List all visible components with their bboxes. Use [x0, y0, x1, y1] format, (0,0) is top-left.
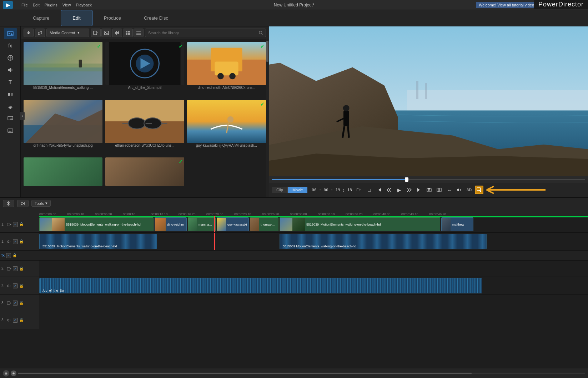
video-track-icon	[7, 301, 11, 305]
track-lock-icon[interactable]: 🔓	[19, 222, 24, 226]
skip-btn[interactable]	[17, 200, 29, 207]
sidebar-title[interactable]: T	[4, 76, 17, 88]
audio-clip[interactable]: Arc_of_the_Sun	[39, 278, 482, 293]
svg-point-39	[227, 116, 234, 122]
view-list-btn[interactable]	[134, 29, 144, 37]
track-content-1v[interactable]: 5515039_MotionElements_walking-on-the-be…	[39, 216, 588, 232]
tab-edit[interactable]: Edit	[61, 10, 92, 26]
sidebar-subtitles[interactable]	[4, 125, 17, 136]
split-btn[interactable]	[435, 186, 443, 194]
add-track-btn[interactable]: +	[11, 371, 16, 376]
split-clip-btn[interactable]	[3, 200, 14, 207]
audio-btn[interactable]	[455, 186, 463, 194]
track-number: 1.	[1, 222, 6, 226]
track-enable-checkbox[interactable]	[13, 301, 18, 306]
media-label: guy-kawasaki-iij-QvyRAnM-unsplash...	[187, 143, 266, 147]
view-audio-btn[interactable]	[112, 29, 122, 37]
zoom-btn[interactable]: ↔	[445, 186, 453, 194]
3d-btn[interactable]: 3D	[465, 186, 473, 194]
sidebar-audio[interactable]	[4, 64, 17, 76]
sidebar-record[interactable]	[4, 101, 17, 112]
track-enable-checkbox[interactable]	[13, 283, 18, 288]
scrollbar[interactable]	[266, 39, 269, 197]
movie-tab[interactable]: Movie	[288, 187, 307, 193]
snapshot-btn[interactable]	[425, 186, 433, 194]
fx-lock-icon[interactable]: 🔓	[12, 253, 17, 257]
audio-clip[interactable]: 5515039_MotionElements_walking-on-the-be…	[39, 234, 157, 249]
list-item[interactable]: ✓	[105, 157, 184, 194]
menu-view[interactable]: View	[62, 3, 71, 7]
search-input[interactable]	[148, 31, 257, 35]
list-item[interactable]: ethan-robertson-SYx3UCHZJlo-uns...	[105, 100, 184, 155]
timeline-scroll[interactable]	[18, 373, 585, 374]
clip-block[interactable]: marc.james	[188, 217, 216, 231]
track-enable-checkbox[interactable]	[13, 266, 18, 271]
list-item[interactable]: ✓ guy-kawasaki-iij-QvyRAnM-unsplash...	[187, 100, 266, 155]
track-content-3a[interactable]	[39, 311, 588, 329]
list-item[interactable]: ✓ dino-reichmuth-A5rCN8626Ck-uns...	[187, 42, 266, 97]
tab-create-disc[interactable]: Create Disc	[132, 10, 180, 26]
sidebar-media[interactable]	[4, 28, 17, 39]
track-lock-icon[interactable]: 🔓	[19, 301, 24, 305]
list-item[interactable]: ✓ Arc_of_the_Sun.mp3	[105, 42, 184, 97]
clip-block[interactable]: 5515039_MotionElements_walking-on-the-be…	[39, 217, 154, 231]
track-lock-icon[interactable]: 🔓	[19, 318, 24, 322]
track-enable-checkbox[interactable]	[13, 239, 18, 244]
sidebar-color[interactable]	[4, 52, 17, 64]
sidebar-pip[interactable]	[4, 113, 17, 124]
prev-frame-btn[interactable]	[375, 186, 383, 194]
view-video-btn[interactable]	[91, 29, 101, 37]
undock-preview-btn[interactable]	[475, 186, 483, 194]
track-lock-icon[interactable]: 🔓	[19, 240, 24, 243]
tab-capture[interactable]: Capture	[21, 10, 61, 26]
menu-playback[interactable]: Playback	[76, 3, 92, 7]
list-item[interactable]: ✓ 5515039_MotionElements_walking-...	[24, 42, 102, 97]
stop-btn[interactable]: □	[365, 186, 373, 194]
import-btn[interactable]	[24, 29, 34, 37]
track-row: 3. 🔓	[0, 295, 588, 311]
clip-block[interactable]: guy-kawasaki	[217, 217, 249, 231]
next-key-btn[interactable]	[405, 186, 413, 194]
track-content-2a[interactable]: Arc_of_the_Sun	[39, 277, 588, 294]
track-content-3v[interactable]	[39, 295, 588, 311]
preview-seekbar[interactable]	[269, 176, 588, 183]
sidebar-fx[interactable]: fx	[4, 40, 17, 51]
audio-clip[interactable]: 5515039 MotionElements_walking-on-the-be…	[280, 234, 487, 249]
scrollbar-thumb[interactable]	[266, 41, 268, 62]
menu-plugins[interactable]: Plugins	[45, 3, 57, 7]
menu-edit[interactable]: Edit	[33, 3, 40, 7]
track-enable-checkbox[interactable]	[13, 318, 18, 323]
sidebar-toggle[interactable]: ‹	[20, 112, 25, 120]
zoom-circle-btn[interactable]: ◉	[3, 370, 9, 377]
play-btn[interactable]: ▶	[395, 186, 403, 194]
track-lock-icon[interactable]: 🔓	[19, 267, 24, 271]
media-thumbnail: ✓	[24, 42, 102, 85]
prev-key-btn[interactable]	[385, 186, 393, 194]
clip-block[interactable]: thomas-mar	[250, 217, 278, 231]
tab-produce[interactable]: Produce	[92, 10, 132, 26]
list-item[interactable]	[24, 157, 102, 194]
plugin-btn[interactable]	[35, 29, 45, 37]
sidebar-transitions[interactable]	[4, 89, 17, 100]
clip-block[interactable]: matthew	[441, 217, 473, 231]
svg-rect-9	[38, 32, 40, 35]
media-content-dropdown[interactable]: Media Content ▾	[46, 29, 89, 37]
next-frame-btn[interactable]	[415, 186, 423, 194]
tools-btn[interactable]: Tools ▾	[31, 200, 51, 207]
clip-block[interactable]: dino-reichm	[155, 217, 187, 231]
svg-rect-4	[11, 93, 13, 96]
track-content-2v[interactable]	[39, 261, 588, 277]
search-box[interactable]	[145, 29, 266, 37]
fx-icon: fx	[8, 43, 12, 49]
clip-tab[interactable]: Clip	[272, 187, 288, 193]
view-photo-btn[interactable]	[101, 29, 111, 37]
menu-file[interactable]: File	[21, 3, 28, 7]
fx-enable-checkbox[interactable]	[6, 253, 11, 258]
view-tiles-btn[interactable]	[123, 29, 133, 37]
dropdown-label: Media Content	[50, 31, 75, 35]
list-item[interactable]: drif-riadh-YpkuRn54y4w-unsplash.jpg	[24, 100, 102, 155]
track-content-1a[interactable]: 5515039_MotionElements_walking-on-the-be…	[39, 233, 588, 250]
track-enable-checkbox[interactable]	[13, 222, 18, 227]
clip-block[interactable]: 5515039_MotionElements_walking-on-the-be…	[280, 217, 440, 231]
track-lock-icon[interactable]: 🔓	[19, 284, 24, 288]
